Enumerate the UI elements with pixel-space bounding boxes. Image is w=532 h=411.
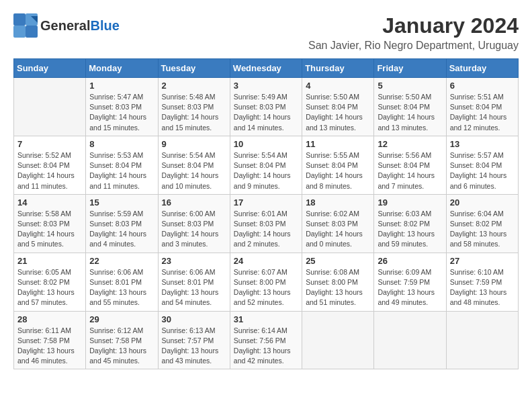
day-info: Sunrise: 5:52 AMSunset: 8:04 PMDaylight:… (17, 150, 82, 191)
svg-rect-2 (13, 26, 26, 38)
calendar-body: 1Sunrise: 5:47 AMSunset: 8:03 PMDaylight… (14, 78, 519, 369)
calendar-day-cell: 11Sunrise: 5:55 AMSunset: 8:04 PMDayligh… (302, 136, 374, 194)
month-year-title: January 2024 (308, 13, 519, 38)
day-info: Sunrise: 6:13 AMSunset: 7:57 PMDaylight:… (162, 326, 226, 367)
day-info: Sunrise: 5:53 AMSunset: 8:04 PMDaylight:… (89, 150, 154, 191)
day-info: Sunrise: 5:50 AMSunset: 8:04 PMDaylight:… (378, 92, 442, 133)
calendar-day-cell: 27Sunrise: 6:10 AMSunset: 7:59 PMDayligh… (446, 253, 518, 311)
day-number: 26 (378, 256, 442, 266)
calendar-day-cell: 19Sunrise: 6:03 AMSunset: 8:02 PMDayligh… (374, 194, 446, 253)
calendar-day-cell: 28Sunrise: 6:11 AMSunset: 7:58 PMDayligh… (14, 311, 86, 369)
calendar-week-row: 21Sunrise: 6:05 AMSunset: 8:02 PMDayligh… (14, 253, 519, 311)
weekday-header: Tuesday (158, 59, 230, 78)
weekday-header: Wednesday (230, 59, 302, 78)
title-section: January 2024 San Javier, Rio Negro Depar… (308, 13, 519, 52)
calendar-week-row: 7Sunrise: 5:52 AMSunset: 8:04 PMDaylight… (14, 136, 519, 194)
weekday-row: SundayMondayTuesdayWednesdayThursdayFrid… (14, 59, 519, 78)
day-number: 13 (450, 139, 515, 149)
logo-general: General (40, 18, 90, 33)
day-info: Sunrise: 6:08 AMSunset: 8:00 PMDaylight:… (306, 267, 370, 308)
calendar-day-cell: 24Sunrise: 6:07 AMSunset: 8:00 PMDayligh… (230, 253, 302, 311)
calendar-day-cell: 10Sunrise: 5:54 AMSunset: 8:04 PMDayligh… (230, 136, 302, 194)
day-number: 11 (306, 139, 370, 149)
day-number: 6 (450, 81, 515, 91)
calendar-day-cell: 18Sunrise: 6:02 AMSunset: 8:03 PMDayligh… (302, 194, 374, 253)
day-number: 16 (162, 197, 226, 208)
calendar-day-cell: 30Sunrise: 6:13 AMSunset: 7:57 PMDayligh… (158, 311, 230, 369)
calendar-day-cell: 29Sunrise: 6:12 AMSunset: 7:58 PMDayligh… (86, 311, 158, 369)
calendar-day-cell: 20Sunrise: 6:04 AMSunset: 8:02 PMDayligh… (446, 194, 518, 253)
day-info: Sunrise: 5:54 AMSunset: 8:04 PMDaylight:… (234, 150, 298, 191)
day-number: 15 (89, 197, 154, 208)
day-info: Sunrise: 6:00 AMSunset: 8:03 PMDaylight:… (162, 209, 226, 250)
day-info: Sunrise: 5:59 AMSunset: 8:03 PMDaylight:… (89, 209, 154, 250)
calendar-day-cell: 17Sunrise: 6:01 AMSunset: 8:03 PMDayligh… (230, 194, 302, 253)
day-info: Sunrise: 6:03 AMSunset: 8:02 PMDaylight:… (378, 209, 442, 250)
svg-rect-3 (26, 26, 38, 38)
day-info: Sunrise: 5:55 AMSunset: 8:04 PMDaylight:… (306, 150, 370, 191)
day-number: 9 (162, 139, 226, 149)
calendar-day-cell (14, 78, 86, 136)
day-info: Sunrise: 6:06 AMSunset: 8:01 PMDaylight:… (162, 267, 226, 308)
calendar-day-cell (446, 311, 518, 369)
day-number: 12 (378, 139, 442, 149)
day-number: 21 (17, 256, 82, 266)
calendar-day-cell: 6Sunrise: 5:51 AMSunset: 8:04 PMDaylight… (446, 78, 518, 136)
day-number: 25 (306, 256, 370, 266)
calendar-day-cell: 15Sunrise: 5:59 AMSunset: 8:03 PMDayligh… (86, 194, 158, 253)
day-info: Sunrise: 5:54 AMSunset: 8:04 PMDaylight:… (162, 150, 226, 191)
day-number: 19 (378, 197, 442, 208)
day-number: 4 (306, 81, 370, 91)
day-number: 14 (17, 197, 82, 208)
weekday-header: Thursday (302, 59, 374, 78)
day-number: 5 (378, 81, 442, 91)
day-number: 30 (162, 314, 226, 324)
day-info: Sunrise: 5:49 AMSunset: 8:03 PMDaylight:… (234, 92, 298, 133)
day-info: Sunrise: 6:14 AMSunset: 7:56 PMDaylight:… (234, 326, 298, 367)
calendar-day-cell: 14Sunrise: 5:58 AMSunset: 8:03 PMDayligh… (14, 194, 86, 253)
logo-icon (13, 13, 38, 38)
calendar-day-cell: 9Sunrise: 5:54 AMSunset: 8:04 PMDaylight… (158, 136, 230, 194)
calendar-day-cell: 8Sunrise: 5:53 AMSunset: 8:04 PMDaylight… (86, 136, 158, 194)
day-number: 3 (234, 81, 298, 91)
day-number: 17 (234, 197, 298, 208)
day-info: Sunrise: 5:51 AMSunset: 8:04 PMDaylight:… (450, 92, 515, 133)
day-info: Sunrise: 5:58 AMSunset: 8:03 PMDaylight:… (17, 209, 82, 250)
calendar-day-cell: 13Sunrise: 5:57 AMSunset: 8:04 PMDayligh… (446, 136, 518, 194)
calendar-day-cell: 26Sunrise: 6:09 AMSunset: 7:59 PMDayligh… (374, 253, 446, 311)
logo-blue: Blue (90, 18, 119, 33)
calendar-week-row: 28Sunrise: 6:11 AMSunset: 7:58 PMDayligh… (14, 311, 519, 369)
calendar-table: SundayMondayTuesdayWednesdayThursdayFrid… (13, 58, 519, 369)
day-number: 28 (17, 314, 82, 324)
day-info: Sunrise: 5:56 AMSunset: 8:04 PMDaylight:… (378, 150, 442, 191)
day-number: 22 (89, 256, 154, 266)
calendar-day-cell: 3Sunrise: 5:49 AMSunset: 8:03 PMDaylight… (230, 78, 302, 136)
day-number: 29 (89, 314, 154, 324)
calendar-day-cell: 25Sunrise: 6:08 AMSunset: 8:00 PMDayligh… (302, 253, 374, 311)
weekday-header: Sunday (14, 59, 86, 78)
calendar-week-row: 1Sunrise: 5:47 AMSunset: 8:03 PMDaylight… (14, 78, 519, 136)
location-subtitle: San Javier, Rio Negro Department, Urugua… (308, 40, 519, 52)
day-info: Sunrise: 6:01 AMSunset: 8:03 PMDaylight:… (234, 209, 298, 250)
day-info: Sunrise: 6:05 AMSunset: 8:02 PMDaylight:… (17, 267, 82, 308)
calendar-day-cell: 5Sunrise: 5:50 AMSunset: 8:04 PMDaylight… (374, 78, 446, 136)
calendar-day-cell: 21Sunrise: 6:05 AMSunset: 8:02 PMDayligh… (14, 253, 86, 311)
day-info: Sunrise: 5:50 AMSunset: 8:04 PMDaylight:… (306, 92, 370, 133)
calendar-week-row: 14Sunrise: 5:58 AMSunset: 8:03 PMDayligh… (14, 194, 519, 253)
day-info: Sunrise: 6:12 AMSunset: 7:58 PMDaylight:… (89, 326, 154, 367)
calendar-day-cell (302, 311, 374, 369)
page-header: GeneralBlue January 2024 San Javier, Rio… (13, 13, 519, 52)
day-number: 1 (89, 81, 154, 91)
day-info: Sunrise: 5:48 AMSunset: 8:03 PMDaylight:… (162, 92, 226, 133)
day-number: 7 (17, 139, 82, 149)
day-info: Sunrise: 6:11 AMSunset: 7:58 PMDaylight:… (17, 326, 82, 367)
calendar-day-cell: 4Sunrise: 5:50 AMSunset: 8:04 PMDaylight… (302, 78, 374, 136)
day-info: Sunrise: 5:47 AMSunset: 8:03 PMDaylight:… (89, 92, 154, 133)
calendar-day-cell (374, 311, 446, 369)
weekday-header: Saturday (446, 59, 518, 78)
calendar-day-cell: 7Sunrise: 5:52 AMSunset: 8:04 PMDaylight… (14, 136, 86, 194)
day-info: Sunrise: 5:57 AMSunset: 8:04 PMDaylight:… (450, 150, 515, 191)
calendar-day-cell: 1Sunrise: 5:47 AMSunset: 8:03 PMDaylight… (86, 78, 158, 136)
day-number: 31 (234, 314, 298, 324)
weekday-header: Monday (86, 59, 158, 78)
